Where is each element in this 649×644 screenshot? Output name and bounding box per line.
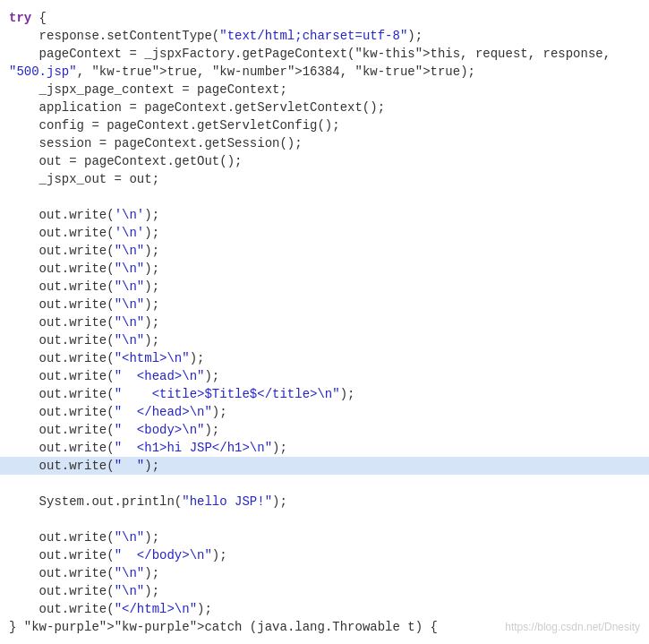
code-line: out.write(" <title>$Title$</title>\n");: [0, 385, 649, 403]
code-line: out.write(" <h1>hi JSP</h1>\n");: [0, 439, 649, 457]
code-line: out.write("\n");: [0, 260, 649, 278]
code-line: _jspx_out = out;: [0, 170, 649, 188]
code-line: out.write(" <body>\n");: [0, 421, 649, 439]
code-line: out.write('\n');: [0, 224, 649, 242]
code-line: out.write("\n");: [0, 564, 649, 582]
code-line: out.write("\n");: [0, 331, 649, 349]
code-line: out = pageContext.getOut();: [0, 152, 649, 170]
code-line: out.write("\n");: [0, 313, 649, 331]
code-line: [0, 511, 649, 528]
code-line: out.write(" </body>\n");: [0, 546, 649, 564]
code-line: out.write("\n");: [0, 242, 649, 260]
code-line: application = pageContext.getServletCont…: [0, 99, 649, 116]
code-line: out.write('\n');: [0, 206, 649, 224]
code-line: out.write("\n");: [0, 278, 649, 296]
code-line: try {: [0, 9, 649, 27]
code-line: out.write(" </head>\n");: [0, 403, 649, 421]
code-line: out.write("\n");: [0, 582, 649, 600]
code-line: session = pageContext.getSession();: [0, 134, 649, 152]
code-line: "500.jsp", "kw-true">true, "kw-number">1…: [0, 63, 649, 81]
code-line: [0, 188, 649, 206]
code-line: out.write("</html>\n");: [0, 600, 649, 618]
code-line: config = pageContext.getServletConfig();: [0, 116, 649, 134]
code-line: _jspx_page_context = pageContext;: [0, 81, 649, 99]
code-line: System.out.println("hello JSP!");: [0, 493, 649, 511]
code-line: out.write("\n");: [0, 528, 649, 546]
code-line: out.write(" <head>\n");: [0, 367, 649, 385]
code-line: out.write(" ");: [0, 457, 649, 475]
code-line: out.write("\n");: [0, 296, 649, 313]
code-line: response.setContentType("text/html;chars…: [0, 27, 649, 45]
code-line: out.write("<html>\n");: [0, 349, 649, 367]
watermark: https://blog.csdn.net/Dnesity: [505, 618, 640, 636]
code-line: pageContext = _jspxFactory.getPageContex…: [0, 45, 649, 63]
code-line: [0, 475, 649, 493]
code-container: try { response.setContentType("text/html…: [0, 0, 649, 644]
